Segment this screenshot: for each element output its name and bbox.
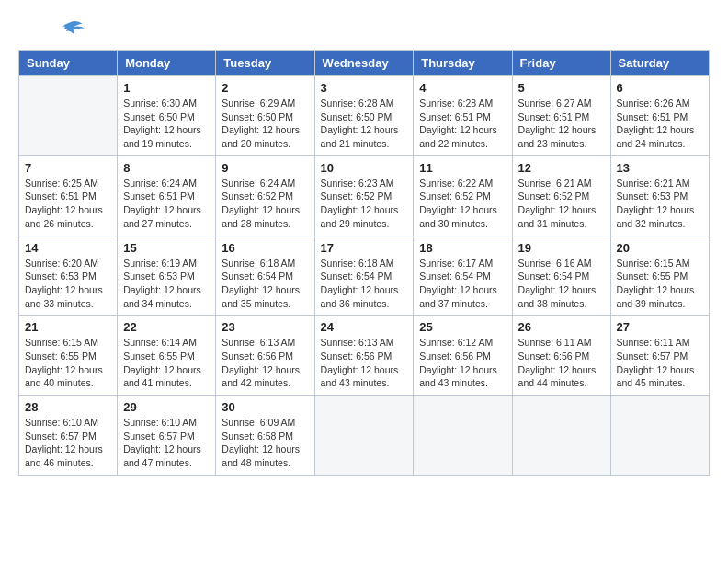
calendar-week-row: 14Sunrise: 6:20 AM Sunset: 6:53 PM Dayli… bbox=[19, 236, 710, 316]
day-number: 28 bbox=[25, 400, 111, 414]
day-number: 5 bbox=[518, 81, 605, 95]
calendar-cell: 5Sunrise: 6:27 AM Sunset: 6:51 PM Daylig… bbox=[512, 76, 610, 156]
weekday-header: Wednesday bbox=[314, 51, 414, 76]
day-info: Sunrise: 6:13 AM Sunset: 6:56 PM Dayligh… bbox=[222, 336, 308, 390]
calendar-cell: 18Sunrise: 6:17 AM Sunset: 6:54 PM Dayli… bbox=[414, 236, 512, 316]
day-info: Sunrise: 6:20 AM Sunset: 6:53 PM Dayligh… bbox=[25, 257, 111, 311]
day-number: 20 bbox=[617, 241, 703, 255]
calendar-cell: 7Sunrise: 6:25 AM Sunset: 6:51 PM Daylig… bbox=[19, 155, 118, 236]
day-info: Sunrise: 6:17 AM Sunset: 6:54 PM Dayligh… bbox=[419, 257, 506, 311]
day-info: Sunrise: 6:26 AM Sunset: 6:51 PM Dayligh… bbox=[617, 97, 703, 151]
weekday-header: Friday bbox=[512, 51, 610, 76]
day-info: Sunrise: 6:25 AM Sunset: 6:51 PM Dayligh… bbox=[25, 177, 111, 231]
calendar-cell: 25Sunrise: 6:12 AM Sunset: 6:56 PM Dayli… bbox=[414, 316, 512, 396]
calendar-cell: 11Sunrise: 6:22 AM Sunset: 6:52 PM Dayli… bbox=[414, 155, 512, 236]
calendar-cell: 1Sunrise: 6:30 AM Sunset: 6:50 PM Daylig… bbox=[118, 76, 216, 156]
calendar-cell: 17Sunrise: 6:18 AM Sunset: 6:54 PM Dayli… bbox=[314, 236, 414, 316]
calendar-cell bbox=[512, 396, 610, 476]
calendar-cell: 15Sunrise: 6:19 AM Sunset: 6:53 PM Dayli… bbox=[118, 236, 216, 316]
day-number: 24 bbox=[321, 320, 408, 334]
calendar-cell: 27Sunrise: 6:11 AM Sunset: 6:57 PM Dayli… bbox=[610, 316, 709, 396]
calendar-cell: 30Sunrise: 6:09 AM Sunset: 6:58 PM Dayli… bbox=[216, 396, 314, 476]
day-info: Sunrise: 6:11 AM Sunset: 6:57 PM Dayligh… bbox=[617, 336, 703, 390]
day-number: 21 bbox=[25, 320, 111, 334]
calendar-header-row: SundayMondayTuesdayWednesdayThursdayFrid… bbox=[19, 51, 710, 76]
day-info: Sunrise: 6:13 AM Sunset: 6:56 PM Dayligh… bbox=[321, 336, 408, 390]
day-number: 4 bbox=[419, 81, 506, 95]
day-number: 3 bbox=[321, 81, 408, 95]
day-number: 17 bbox=[321, 241, 408, 255]
calendar-cell: 29Sunrise: 6:10 AM Sunset: 6:57 PM Dayli… bbox=[118, 396, 216, 476]
calendar-cell: 2Sunrise: 6:29 AM Sunset: 6:50 PM Daylig… bbox=[216, 76, 314, 156]
day-number: 8 bbox=[123, 161, 210, 175]
day-info: Sunrise: 6:19 AM Sunset: 6:53 PM Dayligh… bbox=[123, 257, 210, 311]
day-number: 23 bbox=[222, 320, 308, 334]
day-info: Sunrise: 6:22 AM Sunset: 6:52 PM Dayligh… bbox=[419, 177, 506, 231]
day-info: Sunrise: 6:16 AM Sunset: 6:54 PM Dayligh… bbox=[518, 257, 605, 311]
day-info: Sunrise: 6:14 AM Sunset: 6:55 PM Dayligh… bbox=[123, 336, 210, 390]
weekday-header: Thursday bbox=[414, 51, 512, 76]
calendar-table: SundayMondayTuesdayWednesdayThursdayFrid… bbox=[18, 50, 710, 476]
day-number: 9 bbox=[222, 161, 308, 175]
day-info: Sunrise: 6:18 AM Sunset: 6:54 PM Dayligh… bbox=[222, 257, 308, 311]
day-info: Sunrise: 6:21 AM Sunset: 6:53 PM Dayligh… bbox=[617, 177, 703, 231]
day-number: 15 bbox=[123, 241, 210, 255]
day-number: 16 bbox=[222, 241, 308, 255]
day-number: 1 bbox=[123, 81, 210, 95]
day-info: Sunrise: 6:15 AM Sunset: 6:55 PM Dayligh… bbox=[617, 257, 703, 311]
calendar-week-row: 7Sunrise: 6:25 AM Sunset: 6:51 PM Daylig… bbox=[19, 155, 710, 236]
calendar-cell: 9Sunrise: 6:24 AM Sunset: 6:52 PM Daylig… bbox=[216, 155, 314, 236]
calendar-cell: 22Sunrise: 6:14 AM Sunset: 6:55 PM Dayli… bbox=[118, 316, 216, 396]
calendar-cell: 26Sunrise: 6:11 AM Sunset: 6:56 PM Dayli… bbox=[512, 316, 610, 396]
calendar-cell: 13Sunrise: 6:21 AM Sunset: 6:53 PM Dayli… bbox=[610, 155, 709, 236]
weekday-header: Sunday bbox=[19, 51, 118, 76]
calendar-cell: 24Sunrise: 6:13 AM Sunset: 6:56 PM Dayli… bbox=[314, 316, 414, 396]
calendar-cell: 12Sunrise: 6:21 AM Sunset: 6:52 PM Dayli… bbox=[512, 155, 610, 236]
logo bbox=[18, 18, 85, 35]
calendar-week-row: 28Sunrise: 6:10 AM Sunset: 6:57 PM Dayli… bbox=[19, 396, 710, 476]
calendar-cell bbox=[19, 76, 118, 156]
day-info: Sunrise: 6:10 AM Sunset: 6:57 PM Dayligh… bbox=[123, 416, 210, 470]
weekday-header: Monday bbox=[118, 51, 216, 76]
day-number: 18 bbox=[419, 241, 506, 255]
day-info: Sunrise: 6:24 AM Sunset: 6:52 PM Dayligh… bbox=[222, 177, 308, 231]
calendar-cell: 16Sunrise: 6:18 AM Sunset: 6:54 PM Dayli… bbox=[216, 236, 314, 316]
calendar-cell: 20Sunrise: 6:15 AM Sunset: 6:55 PM Dayli… bbox=[610, 236, 709, 316]
day-info: Sunrise: 6:09 AM Sunset: 6:58 PM Dayligh… bbox=[222, 416, 308, 470]
day-number: 10 bbox=[321, 161, 408, 175]
weekday-header: Tuesday bbox=[216, 51, 314, 76]
day-number: 26 bbox=[518, 320, 605, 334]
day-info: Sunrise: 6:21 AM Sunset: 6:52 PM Dayligh… bbox=[518, 177, 605, 231]
day-info: Sunrise: 6:11 AM Sunset: 6:56 PM Dayligh… bbox=[518, 336, 605, 390]
day-info: Sunrise: 6:12 AM Sunset: 6:56 PM Dayligh… bbox=[419, 336, 506, 390]
day-number: 7 bbox=[25, 161, 111, 175]
day-number: 12 bbox=[518, 161, 605, 175]
day-number: 2 bbox=[222, 81, 308, 95]
calendar-cell: 19Sunrise: 6:16 AM Sunset: 6:54 PM Dayli… bbox=[512, 236, 610, 316]
day-number: 30 bbox=[222, 400, 308, 414]
weekday-header: Saturday bbox=[610, 51, 709, 76]
calendar-cell: 21Sunrise: 6:15 AM Sunset: 6:55 PM Dayli… bbox=[19, 316, 118, 396]
calendar-cell bbox=[610, 396, 709, 476]
day-info: Sunrise: 6:23 AM Sunset: 6:52 PM Dayligh… bbox=[321, 177, 408, 231]
day-info: Sunrise: 6:24 AM Sunset: 6:51 PM Dayligh… bbox=[123, 177, 210, 231]
calendar-week-row: 1Sunrise: 6:30 AM Sunset: 6:50 PM Daylig… bbox=[19, 76, 710, 156]
day-number: 14 bbox=[25, 241, 111, 255]
day-number: 13 bbox=[617, 161, 703, 175]
calendar-cell: 3Sunrise: 6:28 AM Sunset: 6:50 PM Daylig… bbox=[314, 76, 414, 156]
day-info: Sunrise: 6:30 AM Sunset: 6:50 PM Dayligh… bbox=[123, 97, 210, 151]
day-number: 22 bbox=[123, 320, 210, 334]
calendar-cell: 14Sunrise: 6:20 AM Sunset: 6:53 PM Dayli… bbox=[19, 236, 118, 316]
day-info: Sunrise: 6:27 AM Sunset: 6:51 PM Dayligh… bbox=[518, 97, 605, 151]
day-number: 6 bbox=[617, 81, 703, 95]
day-number: 27 bbox=[617, 320, 703, 334]
calendar-cell: 28Sunrise: 6:10 AM Sunset: 6:57 PM Dayli… bbox=[19, 396, 118, 476]
calendar-cell: 4Sunrise: 6:28 AM Sunset: 6:51 PM Daylig… bbox=[414, 76, 512, 156]
day-info: Sunrise: 6:28 AM Sunset: 6:50 PM Dayligh… bbox=[321, 97, 408, 151]
day-info: Sunrise: 6:18 AM Sunset: 6:54 PM Dayligh… bbox=[321, 257, 408, 311]
day-info: Sunrise: 6:15 AM Sunset: 6:55 PM Dayligh… bbox=[25, 336, 111, 390]
calendar-cell: 8Sunrise: 6:24 AM Sunset: 6:51 PM Daylig… bbox=[118, 155, 216, 236]
day-number: 11 bbox=[419, 161, 506, 175]
calendar-cell: 10Sunrise: 6:23 AM Sunset: 6:52 PM Dayli… bbox=[314, 155, 414, 236]
day-number: 29 bbox=[123, 400, 210, 414]
